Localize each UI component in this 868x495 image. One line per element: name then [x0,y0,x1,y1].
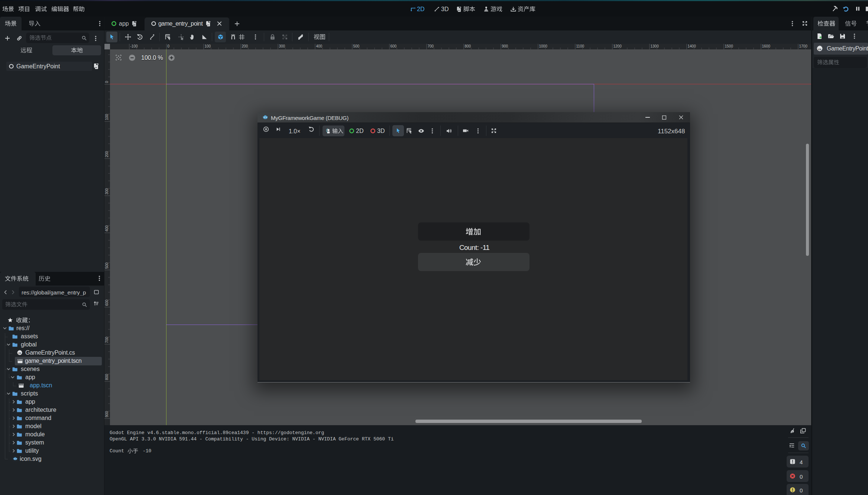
svg-text:800: 800 [465,44,471,48]
svg-text:1100: 1100 [576,44,584,48]
svg-text:500: 500 [353,44,360,48]
svg-text:100: 100 [205,44,211,48]
svg-text:900: 900 [105,411,109,417]
svg-text:cs: cs [18,352,21,354]
svg-text:1600: 1600 [762,44,771,48]
svg-text:300: 300 [279,44,285,48]
svg-text:0: 0 [105,81,109,83]
svg-text:1500: 1500 [725,44,733,48]
svg-text:900: 900 [502,44,508,48]
svg-text:300: 300 [105,188,109,194]
svg-text:1400: 1400 [688,44,696,48]
svg-text:700: 700 [105,336,109,343]
svg-text:500: 500 [105,262,109,268]
svg-text:1000: 1000 [539,44,548,48]
svg-text:400: 400 [105,225,109,231]
svg-text:1300: 1300 [651,44,659,48]
svg-text:100: 100 [105,114,109,120]
svg-text:400: 400 [316,44,323,48]
svg-text:200: 200 [105,151,109,157]
svg-text:1200: 1200 [613,44,622,48]
svg-text:200: 200 [242,44,248,48]
svg-text:600: 600 [391,44,397,48]
svg-text:cs: cs [818,48,821,51]
svg-text:1700: 1700 [799,44,808,48]
svg-text:0: 0 [168,44,170,48]
svg-text:600: 600 [105,299,109,306]
svg-text:800: 800 [105,374,109,380]
svg-text:700: 700 [428,44,434,48]
